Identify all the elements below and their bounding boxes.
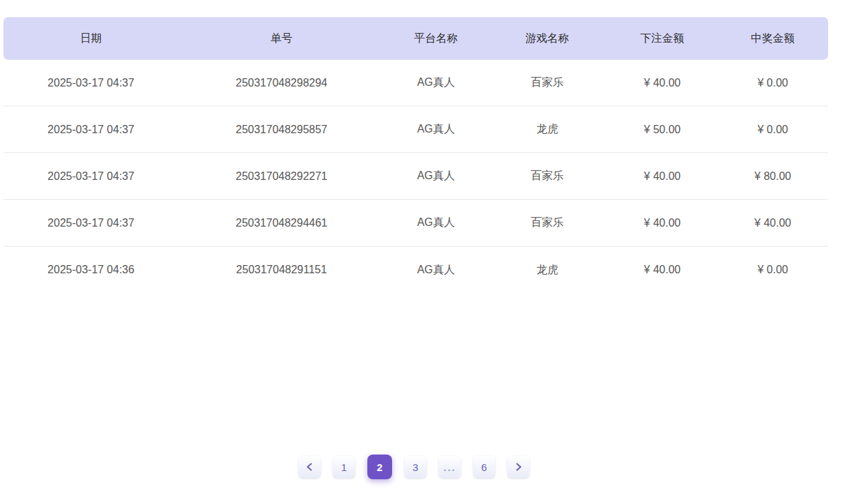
- cell-platform: AG真人: [385, 60, 488, 106]
- cell-date: 2025-03-17 04:37: [3, 106, 179, 153]
- cell-game: 百家乐: [488, 153, 607, 200]
- bet-records-table: 日期 单号 平台名称 游戏名称 下注金额 中奖金额 2025-03-17 04:…: [3, 17, 828, 293]
- cell-platform: AG真人: [385, 200, 488, 247]
- cell-bet-amount: ¥ 50.00: [607, 106, 718, 153]
- page-button-1[interactable]: 1: [333, 456, 355, 478]
- pagination: 1 2 3 ... 6: [0, 455, 828, 479]
- cell-date: 2025-03-17 04:37: [3, 60, 179, 106]
- cell-platform: AG真人: [385, 153, 488, 200]
- page-button-2[interactable]: 2: [367, 455, 392, 479]
- chevron-left-icon: [306, 463, 314, 471]
- cell-game: 龙虎: [488, 247, 607, 293]
- bet-records-table-container: 日期 单号 平台名称 游戏名称 下注金额 中奖金额 2025-03-17 04:…: [3, 17, 828, 293]
- cell-bet-amount: ¥ 40.00: [607, 153, 718, 200]
- cell-bet-amount: ¥ 40.00: [607, 247, 718, 293]
- column-header-win-amount: 中奖金额: [718, 17, 828, 60]
- table-row: 2025-03-17 04:36 250317048291151 AG真人 龙虎…: [3, 247, 828, 293]
- column-header-game: 游戏名称: [488, 17, 607, 60]
- column-header-order-no: 单号: [179, 17, 385, 60]
- cell-date: 2025-03-17 04:36: [3, 247, 179, 293]
- cell-win-amount: ¥ 80.00: [718, 153, 828, 200]
- column-header-bet-amount: 下注金额: [607, 17, 718, 60]
- table-header-row: 日期 单号 平台名称 游戏名称 下注金额 中奖金额: [3, 17, 828, 60]
- column-header-platform: 平台名称: [385, 17, 488, 60]
- column-header-date: 日期: [3, 17, 179, 60]
- cell-bet-amount: ¥ 40.00: [607, 200, 718, 247]
- prev-page-button[interactable]: [299, 456, 321, 478]
- cell-game: 百家乐: [488, 200, 607, 247]
- cell-win-amount: ¥ 0.00: [718, 106, 828, 153]
- cell-order-no: 250317048295857: [179, 106, 385, 153]
- cell-game: 龙虎: [488, 106, 607, 153]
- cell-win-amount: ¥ 40.00: [718, 200, 828, 247]
- cell-order-no: 250317048291151: [179, 247, 385, 293]
- page-button-3[interactable]: 3: [404, 456, 426, 478]
- cell-order-no: 250317048292271: [179, 153, 385, 200]
- cell-bet-amount: ¥ 40.00: [607, 60, 718, 106]
- table-row: 2025-03-17 04:37 250317048294461 AG真人 百家…: [3, 200, 828, 247]
- table-row: 2025-03-17 04:37 250317048298294 AG真人 百家…: [3, 60, 828, 106]
- cell-platform: AG真人: [385, 247, 488, 293]
- cell-win-amount: ¥ 0.00: [718, 60, 828, 106]
- table-row: 2025-03-17 04:37 250317048292271 AG真人 百家…: [3, 153, 828, 200]
- cell-game: 百家乐: [488, 60, 607, 106]
- cell-date: 2025-03-17 04:37: [3, 200, 179, 247]
- next-page-button[interactable]: [507, 456, 529, 478]
- cell-order-no: 250317048294461: [179, 200, 385, 247]
- chevron-right-icon: [514, 463, 523, 471]
- cell-platform: AG真人: [385, 106, 488, 153]
- table-row: 2025-03-17 04:37 250317048295857 AG真人 龙虎…: [3, 106, 828, 153]
- cell-order-no: 250317048298294: [179, 60, 385, 106]
- cell-win-amount: ¥ 0.00: [718, 247, 828, 293]
- page-button-6[interactable]: 6: [473, 456, 495, 478]
- ellipsis-button[interactable]: ...: [439, 456, 461, 478]
- cell-date: 2025-03-17 04:37: [3, 153, 179, 200]
